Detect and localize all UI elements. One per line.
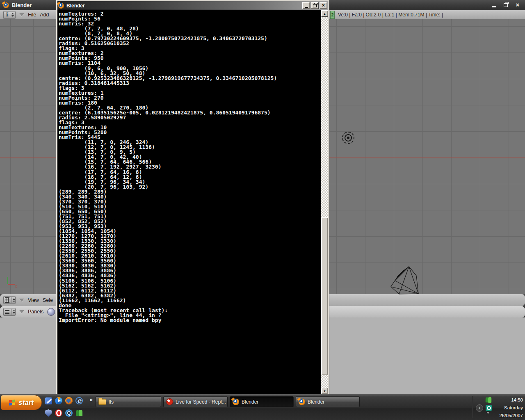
chevron-more-icon: »: [89, 396, 93, 403]
task-label: Blender: [308, 399, 324, 405]
windows-flag-icon: [9, 399, 16, 406]
shield-icon: [45, 409, 52, 417]
window-type-button[interactable]: i: [3, 11, 16, 19]
scene-badge[interactable]: 2: [330, 11, 335, 19]
minimize-icon: [305, 7, 308, 8]
tray-separator: [472, 396, 473, 418]
console-window: Blender × numTextures: 2 numPoints: 56 n…: [56, 0, 329, 394]
movie-maker-icon: [45, 397, 52, 404]
info-window-icon: i: [6, 12, 8, 18]
x-axis-line: [0, 158, 56, 158]
spinner-icon: [11, 297, 15, 303]
close-button[interactable]: ×: [514, 2, 522, 8]
spinner-icon: [10, 12, 14, 18]
quicklaunch-messenger-icon[interactable]: [75, 409, 83, 417]
task-label: lfs: [109, 399, 114, 405]
start-label: start: [18, 399, 34, 407]
wireframe-mesh-object: [386, 262, 423, 298]
restore-icon: [504, 3, 508, 7]
live-for-speed-icon: [166, 398, 173, 405]
buttons-type-button[interactable]: [3, 308, 16, 316]
clock-date: 26/05/2007: [487, 412, 523, 420]
internet-explorer-icon: e: [75, 397, 83, 404]
firefox-icon: [65, 397, 73, 404]
tray-clock[interactable]: 14:50 Saturday 26/05/2007: [487, 396, 523, 420]
taskbar-button-blender-console[interactable]: Blender: [230, 396, 294, 407]
quicklaunch-opera-icon[interactable]: [55, 409, 63, 417]
console-titlebar[interactable]: Blender ×: [57, 1, 328, 10]
console-output: numTextures: 2 numPoints: 56 numTris: 32…: [57, 10, 321, 393]
opera-icon: [55, 409, 62, 417]
svg-text:x: x: [15, 284, 17, 288]
scroll-down-button[interactable]: ▼: [321, 388, 328, 394]
close-icon: ×: [516, 2, 520, 8]
messenger-icon: [75, 409, 83, 417]
task-label: Live for Speed - Repl...: [176, 399, 226, 405]
menu-collapse-icon[interactable]: [19, 299, 24, 302]
taskbar-button-lfs[interactable]: lfs: [96, 396, 161, 407]
scroll-down-icon: ▼: [323, 390, 326, 393]
minimize-button[interactable]: [302, 2, 310, 9]
quicklaunch-firefox-icon[interactable]: [65, 397, 73, 405]
minimize-icon: [492, 6, 496, 7]
menu-collapse-icon[interactable]: [19, 13, 24, 16]
menu-add[interactable]: Add: [40, 12, 49, 18]
clock-day: Saturday: [487, 404, 523, 412]
menu-panels[interactable]: Panels: [28, 309, 43, 315]
panels-icon: [5, 310, 9, 314]
tray-collapse-chevron[interactable]: ‹: [476, 404, 483, 412]
spinner-icon: [11, 309, 15, 315]
quicklaunch-movie-maker-icon[interactable]: [44, 397, 52, 405]
blender-main-title: Blender: [12, 2, 32, 8]
blender-icon: [299, 399, 305, 405]
quicktime-icon: Q: [65, 409, 73, 417]
viewport-3d-right[interactable]: [329, 19, 525, 294]
menu-select[interactable]: Sele: [43, 297, 53, 303]
screen: Blender × i File Add 2 Ve:0 | Fa:0 | Ob:…: [0, 0, 525, 420]
console-body[interactable]: numTextures: 2 numPoints: 56 numTris: 32…: [57, 10, 328, 394]
blender-icon: [233, 399, 239, 405]
clock-time: 14:50: [487, 396, 523, 404]
quicklaunch-quicktime-icon[interactable]: Q: [65, 409, 73, 417]
console-scrollbar[interactable]: ▲ ▼: [321, 10, 328, 394]
taskbar-button-blender[interactable]: Blender: [296, 396, 360, 407]
blender-logo-icon: [3, 2, 9, 8]
cursor-3d-icon: [342, 132, 354, 144]
close-button[interactable]: ×: [320, 2, 327, 9]
folder-icon: [98, 399, 106, 405]
scrollbar-thumb[interactable]: [321, 217, 328, 375]
restore-button[interactable]: [502, 2, 510, 8]
shading-sphere-icon[interactable]: [47, 308, 55, 316]
minimize-button[interactable]: [490, 2, 498, 8]
viewport-type-button[interactable]: [3, 296, 16, 304]
taskbar-button-live-for-speed[interactable]: Live for Speed - Repl...: [163, 396, 228, 407]
x-axis-line: [329, 158, 525, 158]
blender-logo-icon: [58, 3, 64, 9]
taskbar: start e » Q lfs Live for Speed - Repl...…: [0, 394, 525, 420]
close-icon: ×: [322, 3, 325, 8]
start-button[interactable]: start: [1, 395, 42, 410]
restore-icon: [313, 4, 317, 7]
grid-view-icon: [5, 297, 9, 303]
quicklaunch-shield-icon[interactable]: [44, 409, 52, 417]
menu-view[interactable]: View: [28, 297, 39, 303]
quicklaunch-overflow-chevron[interactable]: »: [87, 395, 95, 404]
menu-collapse-icon[interactable]: [19, 310, 24, 313]
quicklaunch-internet-explorer-icon[interactable]: e: [75, 397, 83, 405]
menu-file[interactable]: File: [28, 12, 36, 18]
viewport-3d-left[interactable]: x: [0, 19, 56, 294]
scroll-up-button[interactable]: ▲: [321, 10, 328, 17]
restore-button[interactable]: [311, 2, 319, 9]
scroll-up-icon: ▲: [323, 12, 326, 15]
task-label: Blender: [242, 399, 258, 405]
console-title: Blender: [66, 3, 301, 9]
viewport-axis-gizmo: x: [5, 275, 19, 289]
quicklaunch-media-player-icon[interactable]: [55, 397, 63, 405]
media-player-icon: [55, 397, 62, 404]
scene-stats: Ve:0 | Fa:0 | Ob:2-0 | La:1 | Mem:0.71M …: [338, 12, 443, 18]
